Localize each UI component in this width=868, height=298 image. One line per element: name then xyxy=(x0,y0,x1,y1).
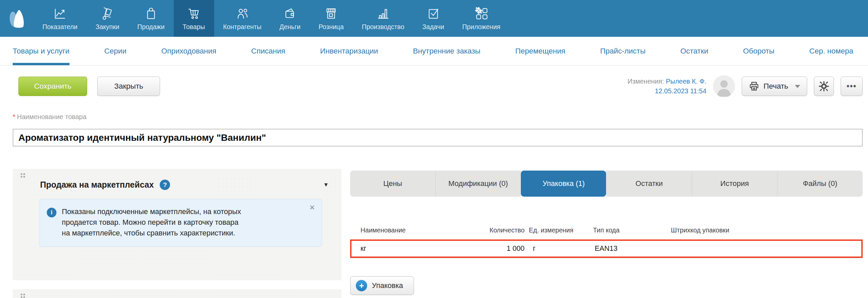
tab-modifications[interactable]: Модификации (0) xyxy=(435,170,521,197)
product-name-block: *Наименование товара xyxy=(13,113,863,146)
cell-unit: г xyxy=(527,244,592,253)
subnav-item-incomings[interactable]: Оприходования xyxy=(161,37,217,65)
detail-tabs: Цены Модификации (0) Упаковка (1) Остатк… xyxy=(350,170,863,197)
changes-user-link[interactable]: Рылеев К. Ф. xyxy=(666,78,706,85)
tab-files[interactable]: Файлы (0) xyxy=(777,170,863,197)
changes-datetime-link[interactable]: 12.05.2023 11:54 xyxy=(655,87,706,94)
subnav-item-internal-orders[interactable]: Внутренние заказы xyxy=(413,37,480,65)
add-packaging-label: Упаковка xyxy=(372,281,403,290)
right-column: Цены Модификации (0) Упаковка (1) Остатк… xyxy=(350,169,863,298)
nav-item-purchases[interactable]: Закупки xyxy=(87,0,128,37)
hand-truck-icon xyxy=(100,6,115,21)
changes-info: Изменения: Рылеев К. Ф. 12.05.2023 11:54 xyxy=(627,77,706,96)
column-header-name: Наименование xyxy=(350,226,484,234)
subnav-item-writeoffs[interactable]: Списания xyxy=(251,37,285,65)
cell-code-type: EAN13 xyxy=(592,244,671,253)
nav-item-tasks[interactable]: Задачи xyxy=(413,0,453,37)
nav-item-counterparties[interactable]: Контрагенты xyxy=(214,0,271,37)
nav-item-dashboard[interactable]: Показатели xyxy=(33,0,87,37)
marketplace-panel-title: Продажа на маркетплейсах xyxy=(40,180,154,190)
moysklad-logo-icon xyxy=(7,8,26,29)
apps-gear-icon xyxy=(474,6,489,21)
subnav-item-turnovers[interactable]: Обороты xyxy=(743,37,774,65)
help-icon[interactable]: ? xyxy=(160,180,170,190)
nav-item-label: Деньги xyxy=(279,23,300,31)
toolbar-right: Изменения: Рылеев К. Ф. 12.05.2023 11:54… xyxy=(627,75,863,97)
subnav-item-serial-numbers[interactable]: Сер. номера xyxy=(809,37,853,65)
nav-item-label: Контрагенты xyxy=(223,23,261,31)
close-button[interactable]: Закрыть xyxy=(97,77,160,96)
subnav-item-pricelists[interactable]: Прайс-листы xyxy=(600,37,646,65)
print-button[interactable]: Печать xyxy=(742,77,807,96)
column-header-quantity: Количество xyxy=(484,226,527,234)
subnav-item-goods-services[interactable]: Товары и услуги xyxy=(13,37,69,65)
left-column: Продажа на маркетплейсах ? ▼ i Показаны … xyxy=(13,169,341,298)
storefront-icon xyxy=(323,6,339,21)
column-header-barcode: Штрихкод упаковки xyxy=(671,226,863,234)
collapse-caret-icon[interactable]: ▼ xyxy=(323,182,329,188)
nav-item-money[interactable]: Деньги xyxy=(270,0,309,37)
print-label: Печать xyxy=(764,82,788,91)
nav-item-label: Показатели xyxy=(42,23,78,31)
add-packaging-button[interactable]: + Упаковка xyxy=(350,276,414,295)
required-mark: * xyxy=(13,113,16,120)
row-separator xyxy=(350,258,863,258)
info-icon: i xyxy=(47,208,57,217)
marketplace-panel-header: Продажа на маркетплейсах ? ▼ xyxy=(13,169,341,190)
packaging-row-highlight: кг 1 000 г EAN13 xyxy=(350,240,863,258)
nav-item-retail[interactable]: Розница xyxy=(309,0,352,37)
drag-handle-icon[interactable] xyxy=(21,294,25,298)
printer-icon xyxy=(749,81,760,92)
marketplace-panel: Продажа на маркетплейсах ? ▼ i Показаны … xyxy=(13,169,341,280)
nav-item-label: Приложения xyxy=(462,23,500,31)
settings-button[interactable] xyxy=(814,77,834,96)
more-actions-button[interactable]: ••• xyxy=(841,77,863,96)
info-text-line: Показаны подключенные маркетплейсы, на к… xyxy=(62,206,298,217)
info-text-line: на маркетплейсе, чтобы сравнить характер… xyxy=(62,228,298,239)
line-chart-icon xyxy=(52,6,67,21)
save-button[interactable]: Сохранить xyxy=(19,77,87,96)
wallet-icon xyxy=(282,6,298,21)
toolbar-left: Сохранить Закрыть xyxy=(19,77,160,96)
nav-item-label: Задачи xyxy=(422,23,444,31)
section-subnav: Товары и услуги Серии Оприходования Спис… xyxy=(0,37,868,65)
cell-quantity: 1 000 xyxy=(484,244,527,253)
nav-item-label: Производство xyxy=(362,23,404,31)
people-icon xyxy=(235,6,250,21)
cell-name: кг xyxy=(351,244,484,253)
person-silhouette-icon xyxy=(713,75,735,97)
gear-icon xyxy=(818,81,830,92)
next-panel xyxy=(13,289,341,298)
drag-handle-icon[interactable] xyxy=(21,173,25,178)
shopping-bag-icon xyxy=(143,6,159,21)
column-header-unit: Ед. измерения xyxy=(527,226,592,234)
nav-item-sales[interactable]: Продажи xyxy=(128,0,174,37)
nav-item-label: Товары xyxy=(183,23,205,31)
packaging-table-header: Наименование Количество Ед. измерения Ти… xyxy=(350,221,863,240)
nav-item-apps[interactable]: Приложения xyxy=(454,0,509,37)
subnav-item-series[interactable]: Серии xyxy=(104,37,126,65)
subnav-item-stock[interactable]: Остатки xyxy=(680,37,708,65)
app-logo[interactable] xyxy=(0,0,33,37)
chevron-down-icon xyxy=(795,85,800,88)
close-icon[interactable]: ✕ xyxy=(309,204,315,212)
nav-item-label: Розница xyxy=(318,23,343,31)
subnav-item-movements[interactable]: Перемещения xyxy=(515,37,565,65)
table-row[interactable]: кг 1 000 г EAN13 xyxy=(351,241,861,256)
tab-packaging[interactable]: Упаковка (1) xyxy=(521,170,607,197)
product-name-input[interactable] xyxy=(13,129,863,146)
factory-icon xyxy=(375,6,391,21)
marketplace-info-box: i Показаны подключенные маркетплейсы, на… xyxy=(39,199,322,247)
nav-item-production[interactable]: Производство xyxy=(353,0,413,37)
nav-item-goods[interactable]: Товары xyxy=(174,0,214,37)
content-area: Продажа на маркетплейсах ? ▼ i Показаны … xyxy=(13,169,863,298)
avatar[interactable] xyxy=(713,75,735,97)
changes-label: Изменения: xyxy=(627,78,664,85)
product-name-label: *Наименование товара xyxy=(13,113,863,121)
task-check-icon xyxy=(426,6,441,21)
tab-history[interactable]: История xyxy=(691,170,777,197)
tab-prices[interactable]: Цены xyxy=(350,170,435,197)
tab-stock[interactable]: Остатки xyxy=(606,170,691,197)
nav-item-label: Продажи xyxy=(137,23,164,31)
subnav-item-inventories[interactable]: Инвентаризации xyxy=(320,37,378,65)
